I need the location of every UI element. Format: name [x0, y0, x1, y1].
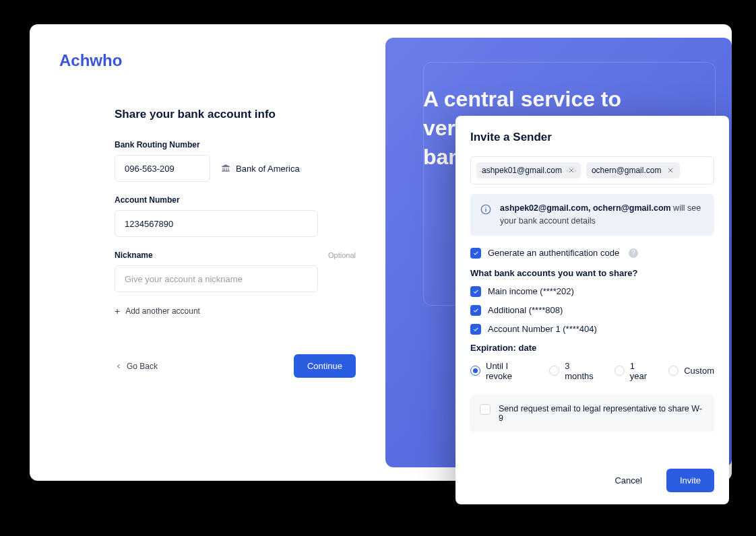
- account-input[interactable]: [115, 210, 318, 237]
- nickname-optional: Optional: [328, 251, 356, 259]
- radio-icon: [549, 366, 559, 376]
- w9-request-row[interactable]: Send request email to legal representati…: [470, 395, 714, 432]
- nickname-field: Nickname Optional: [115, 250, 356, 292]
- account-label: Account Number: [115, 195, 356, 205]
- radio-label: Until I revoke: [486, 361, 532, 381]
- add-account-label: Add another account: [125, 306, 200, 316]
- radio-icon: [615, 366, 625, 376]
- account-option-label: Main income (****202): [488, 286, 574, 296]
- chip-label: ashpek01@gmail.com: [482, 166, 562, 175]
- bank-form: Share your bank account info Bank Routin…: [59, 108, 356, 378]
- radio-label: 3 months: [565, 361, 597, 381]
- bank-name: Bank of America: [221, 164, 300, 174]
- radio-label: Custom: [684, 366, 714, 376]
- share-question: What bank accounts you want to share?: [470, 268, 714, 278]
- form-actions: Go Back Continue: [115, 354, 356, 378]
- checkbox-checked-icon: [470, 286, 481, 297]
- arrow-left-icon: [115, 362, 123, 370]
- modal-title: Invite a Sender: [470, 131, 714, 144]
- go-back-link[interactable]: Go Back: [115, 362, 158, 371]
- expiration-label: Expiration: date: [470, 343, 714, 353]
- radio-checked-icon: [470, 366, 480, 376]
- radio-icon: [668, 366, 679, 376]
- w9-label: Send request email to legal representati…: [499, 404, 705, 423]
- form-title: Share your bank account info: [115, 108, 356, 121]
- generate-code-label: Generate an authentification code: [488, 248, 619, 258]
- account-field: Account Number: [115, 195, 356, 237]
- nickname-input[interactable]: [115, 265, 318, 292]
- checkbox-checked-icon: [470, 305, 481, 316]
- info-notice: ashpek02@gmail.com, ochern@gmail.com wil…: [470, 194, 714, 236]
- checkbox-checked-icon: [470, 248, 481, 259]
- expiration-options: Until I revoke 3 months 1 year Custom: [470, 361, 714, 381]
- checkbox-checked-icon: [470, 324, 481, 335]
- logo: Achwho: [59, 51, 356, 70]
- info-icon: [480, 203, 492, 215]
- radio-option-1-year[interactable]: 1 year: [615, 361, 652, 381]
- modal-actions: Cancel Invite: [470, 469, 714, 492]
- invite-sender-modal: Invite a Sender ashpek01@gmail.com ocher…: [455, 116, 729, 504]
- invite-button[interactable]: Invite: [666, 469, 714, 492]
- checkbox-empty-icon: [480, 404, 491, 415]
- help-icon[interactable]: ?: [629, 248, 638, 258]
- generate-code-row[interactable]: Generate an authentification code ?: [470, 248, 714, 259]
- radio-option-until-revoke[interactable]: Until I revoke: [470, 361, 532, 381]
- continue-button[interactable]: Continue: [294, 354, 356, 378]
- plus-icon: +: [115, 306, 120, 316]
- account-option-label: Account Number 1 (****404): [488, 324, 597, 334]
- chip-remove-icon[interactable]: [666, 166, 674, 174]
- radio-label: 1 year: [630, 361, 652, 381]
- email-chip: ashpek01@gmail.com: [476, 162, 581, 178]
- email-chip: ochern@gmail.com: [586, 162, 681, 178]
- email-chips-input[interactable]: ashpek01@gmail.com ochern@gmail.com: [470, 156, 714, 185]
- bank-name-text: Bank of America: [236, 164, 300, 174]
- radio-option-custom[interactable]: Custom: [668, 361, 714, 381]
- radio-option-3-months[interactable]: 3 months: [549, 361, 597, 381]
- account-option-label: Additional (****808): [488, 305, 563, 315]
- share-accounts-list: Main income (****202) Additional (****80…: [470, 286, 714, 335]
- nickname-label: Nickname: [115, 250, 153, 260]
- bank-icon: [221, 164, 230, 173]
- info-text: ashpek02@gmail.com, ochern@gmail.com wil…: [500, 202, 705, 228]
- chip-remove-icon[interactable]: [567, 166, 575, 174]
- routing-input[interactable]: [115, 155, 210, 182]
- go-back-label: Go Back: [127, 362, 158, 371]
- account-option[interactable]: Account Number 1 (****404): [470, 324, 714, 335]
- routing-field: Bank Routing Number Bank of America: [115, 140, 356, 182]
- routing-label: Bank Routing Number: [115, 140, 356, 149]
- account-option[interactable]: Additional (****808): [470, 305, 714, 316]
- account-option[interactable]: Main income (****202): [470, 286, 714, 297]
- chip-label: ochern@gmail.com: [592, 166, 662, 175]
- left-panel: Achwho Share your bank account info Bank…: [30, 24, 385, 481]
- cancel-button[interactable]: Cancel: [601, 469, 655, 492]
- add-account-link[interactable]: + Add another account: [115, 306, 356, 316]
